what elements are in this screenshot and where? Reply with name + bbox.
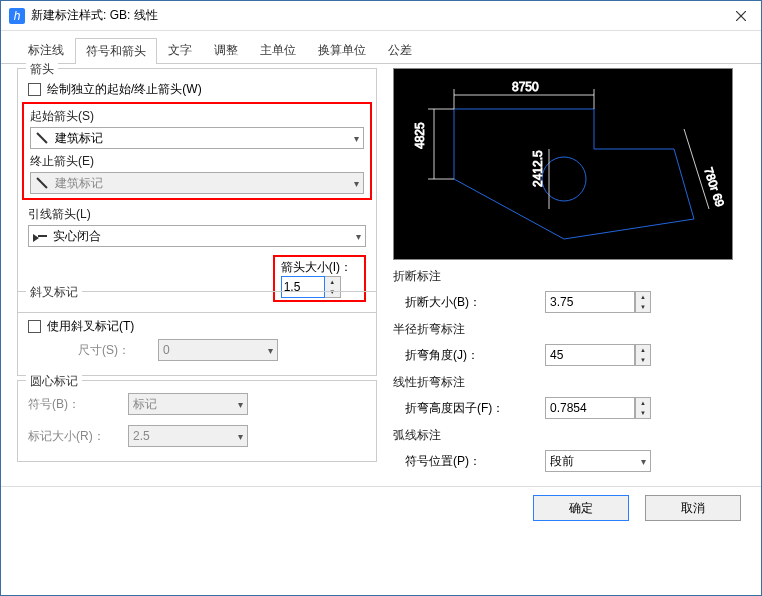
tab-primary-units[interactable]: 主单位 xyxy=(249,37,307,63)
label-independent-arrows: 绘制独立的起始/终止箭头(W) xyxy=(47,81,202,98)
select-arc-symbol-pos-value: 段前 xyxy=(550,453,574,470)
spinner-up[interactable]: ▲ xyxy=(325,277,340,287)
chevron-down-icon: ▾ xyxy=(356,231,361,242)
tab-adjust[interactable]: 调整 xyxy=(203,37,249,63)
group-arrows: 箭头 绘制独立的起始/终止箭头(W) 起始箭头(S) 建筑标记 ▾ 终止箭头(E… xyxy=(17,68,377,313)
group-label-arrows: 箭头 xyxy=(26,61,58,78)
checkbox-use-slash[interactable] xyxy=(28,320,41,333)
select-circle-size[interactable]: 2.5 ▾ xyxy=(128,425,248,447)
checkbox-independent-arrows[interactable] xyxy=(28,83,41,96)
spinner-down[interactable]: ▼ xyxy=(636,355,650,365)
input-jog-angle[interactable] xyxy=(545,344,635,366)
group-slash-mark: 斜叉标记 使用斜叉标记(T) 尺寸(S)： 0 ▾ xyxy=(17,291,377,376)
spinner-down[interactable]: ▼ xyxy=(636,302,650,312)
spinner-up[interactable]: ▲ xyxy=(636,398,650,408)
select-start-arrow[interactable]: 建筑标记 ▾ xyxy=(30,127,364,149)
dim-2412: 2412.5 xyxy=(531,150,545,187)
dim-4825: 4825 xyxy=(413,122,427,149)
chevron-down-icon: ▾ xyxy=(238,431,243,442)
spinner-down[interactable]: ▼ xyxy=(636,408,650,418)
tab-tolerance[interactable]: 公差 xyxy=(377,37,423,63)
chevron-down-icon: ▾ xyxy=(238,399,243,410)
select-slash-size: 0 ▾ xyxy=(158,339,278,361)
highlight-start-end-arrows: 起始箭头(S) 建筑标记 ▾ 终止箭头(E) 建筑标记 ▾ xyxy=(22,102,372,200)
titlebar: h 新建标注样式: GB: 线性 xyxy=(1,1,761,31)
select-leader-arrow-value: 实心闭合 xyxy=(53,228,101,245)
input-break-size[interactable] xyxy=(545,291,635,313)
close-button[interactable] xyxy=(729,4,753,28)
label-use-slash: 使用斜叉标记(T) xyxy=(47,318,134,335)
chevron-down-icon: ▾ xyxy=(354,133,359,144)
label-jog-height: 折弯高度因子(F)： xyxy=(405,400,545,417)
label-circle-symbol: 符号(B)： xyxy=(28,396,128,413)
chevron-down-icon: ▾ xyxy=(268,345,273,356)
label-arc-symbol-pos: 符号位置(P)： xyxy=(405,453,545,470)
label-leader-arrow: 引线箭头(L) xyxy=(28,206,366,223)
label-arrow-size: 箭头大小(I)： xyxy=(281,259,352,276)
group-label-slash: 斜叉标记 xyxy=(26,284,82,301)
section-break-dim: 折断标注 xyxy=(393,268,745,285)
group-label-circle: 圆心标记 xyxy=(26,373,82,390)
section-radius-jog: 半径折弯标注 xyxy=(393,321,745,338)
label-end-arrow: 终止箭头(E) xyxy=(30,153,364,170)
solid-arrow-icon xyxy=(33,231,47,241)
preview-canvas: 8750 4825 2412.5 780r 69 xyxy=(393,68,733,260)
chevron-down-icon: ▾ xyxy=(354,178,359,189)
footer: 确定 取消 xyxy=(1,486,761,529)
tick-icon xyxy=(35,133,49,143)
app-icon: h xyxy=(9,8,25,24)
label-break-size: 折断大小(B)： xyxy=(405,294,545,311)
select-circle-size-value: 2.5 xyxy=(133,429,150,443)
spinner-up[interactable]: ▲ xyxy=(636,345,650,355)
svg-point-2 xyxy=(542,157,586,201)
tab-symbols-arrows[interactable]: 符号和箭头 xyxy=(75,38,157,64)
cancel-button[interactable]: 取消 xyxy=(645,495,741,521)
select-start-arrow-value: 建筑标记 xyxy=(55,130,103,147)
group-center-mark: 圆心标记 符号(B)： 标记 ▾ 标记大小(R)： 2.5 ▾ xyxy=(17,380,377,462)
select-end-arrow[interactable]: 建筑标记 ▾ xyxy=(30,172,364,194)
tab-text[interactable]: 文字 xyxy=(157,37,203,63)
select-leader-arrow[interactable]: 实心闭合 ▾ xyxy=(28,225,366,247)
tick-icon xyxy=(35,178,49,188)
section-linear-jog: 线性折弯标注 xyxy=(393,374,745,391)
label-circle-size: 标记大小(R)： xyxy=(28,428,128,445)
dim-8750: 8750 xyxy=(512,80,539,94)
tab-strip: 标注线 符号和箭头 文字 调整 主单位 换算单位 公差 xyxy=(1,31,761,64)
tab-alt-units[interactable]: 换算单位 xyxy=(307,37,377,63)
ok-button[interactable]: 确定 xyxy=(533,495,629,521)
label-start-arrow: 起始箭头(S) xyxy=(30,108,364,125)
label-jog-angle: 折弯角度(J)： xyxy=(405,347,545,364)
close-icon xyxy=(736,11,746,21)
dim-780: 780r 69 xyxy=(701,166,727,209)
section-arc-dim: 弧线标注 xyxy=(393,427,745,444)
select-circle-symbol[interactable]: 标记 ▾ xyxy=(128,393,248,415)
window-title: 新建标注样式: GB: 线性 xyxy=(31,7,729,24)
spinner-up[interactable]: ▲ xyxy=(636,292,650,302)
label-slash-size: 尺寸(S)： xyxy=(78,342,158,359)
select-end-arrow-value: 建筑标记 xyxy=(55,175,103,192)
input-jog-height[interactable] xyxy=(545,397,635,419)
select-slash-size-value: 0 xyxy=(163,343,170,357)
select-arc-symbol-pos[interactable]: 段前 ▾ xyxy=(545,450,651,472)
chevron-down-icon: ▾ xyxy=(641,456,646,467)
tab-dimlines[interactable]: 标注线 xyxy=(17,37,75,63)
select-circle-symbol-value: 标记 xyxy=(133,396,157,413)
